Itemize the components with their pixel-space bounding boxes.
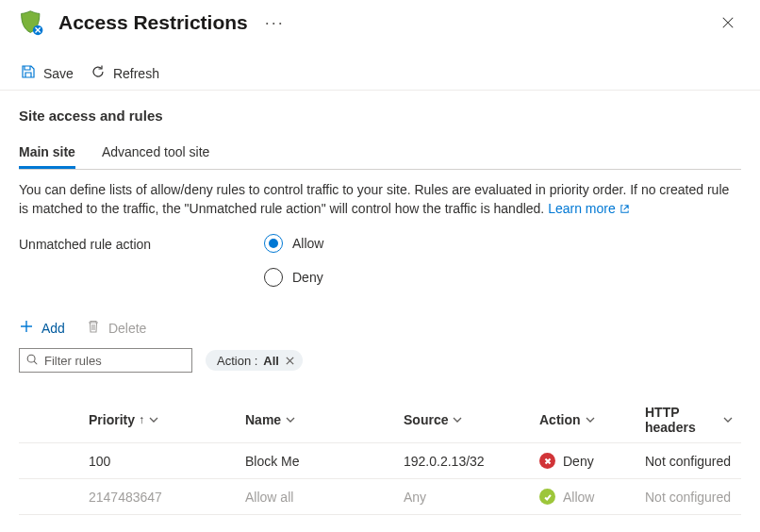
table-row[interactable]: 100Block Me192.0.2.13/32DenyNot configur… [19, 443, 741, 479]
chevron-down-icon [452, 414, 463, 425]
save-label: Save [43, 66, 74, 81]
description: You can define lists of allow/deny rules… [19, 181, 741, 219]
radio-deny[interactable]: Deny [264, 268, 323, 287]
refresh-button[interactable]: Refresh [91, 64, 159, 82]
chevron-down-icon [585, 414, 596, 425]
filter-input[interactable]: Filter rules [19, 348, 192, 373]
cell-action: Deny [539, 453, 645, 469]
radio-allow[interactable]: Allow [264, 234, 323, 253]
svg-point-1 [27, 355, 35, 362]
cell-name: Allow all [245, 490, 404, 505]
tab-main-site[interactable]: Main site [19, 139, 75, 169]
plus-icon [19, 319, 34, 337]
more-actions-button[interactable]: ··· [261, 13, 289, 32]
col-priority[interactable]: Priority ↑ [89, 412, 245, 427]
delete-label: Delete [108, 321, 146, 336]
col-http-headers[interactable]: HTTP headers [645, 405, 734, 435]
sort-asc-icon: ↑ [139, 413, 144, 426]
col-name[interactable]: Name [245, 412, 404, 427]
cell-action: Allow [539, 489, 645, 505]
delete-button: Delete [86, 319, 146, 337]
page-title: Access Restrictions [58, 11, 248, 34]
refresh-icon [91, 64, 106, 82]
cell-source: 192.0.2.13/32 [404, 454, 539, 469]
chip-value: All [263, 354, 279, 368]
allow-icon [539, 489, 555, 505]
add-label: Add [41, 321, 65, 336]
chip-clear-button[interactable] [285, 356, 295, 366]
cell-priority: 100 [89, 454, 245, 469]
trash-icon [86, 319, 101, 337]
deny-icon [539, 453, 555, 469]
col-action[interactable]: Action [539, 412, 645, 427]
cell-http-headers: Not configured [645, 454, 734, 469]
shield-icon [19, 9, 45, 36]
radio-deny-label: Deny [292, 270, 323, 285]
cell-name: Block Me [245, 454, 404, 469]
close-button[interactable] [711, 9, 745, 36]
chip-key: Action : [217, 354, 257, 368]
learn-more-link[interactable]: Learn more [548, 201, 630, 216]
add-button[interactable]: Add [19, 319, 65, 337]
cell-priority: 2147483647 [89, 490, 245, 505]
filter-chip-action[interactable]: Action : All [206, 350, 303, 371]
table-row[interactable]: 2147483647Allow allAnyAllowNot configure… [19, 479, 741, 515]
chevron-down-icon [285, 414, 296, 425]
save-button[interactable]: Save [21, 64, 74, 82]
tabs: Main site Advanced tool site [19, 139, 741, 170]
radio-icon [264, 234, 283, 253]
cell-http-headers: Not configured [645, 490, 734, 505]
cell-source: Any [404, 490, 539, 505]
search-icon [25, 353, 39, 369]
tab-advanced-tool-site[interactable]: Advanced tool site [102, 139, 209, 169]
rules-table: Priority ↑ Name Source Action HTTP [19, 401, 741, 515]
chevron-down-icon [148, 414, 159, 425]
radio-icon [264, 268, 283, 287]
col-source[interactable]: Source [404, 412, 539, 427]
filter-placeholder: Filter rules [44, 354, 102, 368]
unmatched-rule-label: Unmatched rule action [19, 234, 264, 287]
external-link-icon [620, 201, 630, 220]
radio-allow-label: Allow [292, 236, 323, 251]
section-title: Site access and rules [19, 108, 741, 124]
save-icon [21, 64, 36, 82]
refresh-label: Refresh [113, 66, 159, 81]
chevron-down-icon [722, 414, 734, 425]
